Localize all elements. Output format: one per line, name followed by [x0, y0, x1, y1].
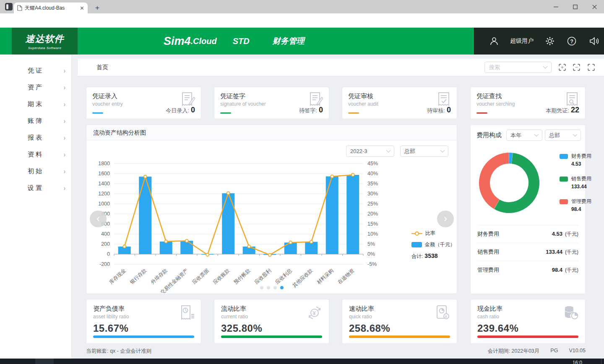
- db-type: PG: [550, 348, 558, 355]
- legend-amount[interactable]: 金额（千元）: [411, 241, 456, 248]
- donut-legend-item[interactable]: 财务费用 4.53: [560, 153, 591, 167]
- voucher-entry-icon: [181, 91, 195, 107]
- zoom-out-brackets-icon[interactable]: [573, 64, 580, 71]
- new-tab-button[interactable]: +: [93, 4, 102, 12]
- card-voucher-sign[interactable]: 凭证签字 signature of voucher 待签字:0: [214, 87, 329, 119]
- sidebar-item-settings[interactable]: 设 置›: [0, 179, 71, 196]
- status-bar: 当前账套: qx - 企业会计准则 会计期间: 2022年03月 PG V10.…: [78, 345, 604, 357]
- svg-text:200: 200: [101, 241, 110, 247]
- windows-taskbar[interactable]: 16:0: [0, 359, 604, 364]
- carousel-dot[interactable]: [267, 286, 270, 289]
- current-user[interactable]: 超级用户: [510, 37, 534, 45]
- period-select[interactable]: 2022-3: [346, 146, 394, 157]
- svg-text:5%: 5%: [367, 241, 375, 247]
- chevron-down-icon: [543, 64, 547, 68]
- sidebar-item-reports[interactable]: 报 表›: [0, 129, 71, 146]
- carousel-next-button[interactable]: ›: [437, 211, 454, 227]
- svg-text:20%: 20%: [367, 211, 378, 217]
- svg-text:30%: 30%: [367, 191, 378, 197]
- expense-row: 财务费用4.53(千元): [477, 225, 578, 243]
- fullscreen-icon[interactable]: [588, 64, 595, 71]
- flow-assets-panel: 流动资产结构分析图 2022-3 总部 180045%160040%140035…: [86, 125, 457, 294]
- chevron-right-icon: ›: [64, 150, 65, 159]
- carousel-prev-button[interactable]: ‹: [90, 211, 107, 227]
- panel-title: 流动资产结构分析图: [86, 125, 457, 140]
- sidebar-item-label: 资 料: [28, 151, 42, 159]
- card-voucher-entry[interactable]: 凭证录入 voucher entry 今日录入:0: [86, 87, 201, 119]
- expense-period-select[interactable]: 本年: [506, 130, 542, 141]
- logo-text: 速达软件: [12, 33, 78, 45]
- svg-text:-5%: -5%: [367, 261, 377, 267]
- zoom-in-brackets-icon[interactable]: [559, 64, 566, 71]
- close-button[interactable]: [585, 0, 604, 13]
- donut-legend: 财务费用 4.53 销售费用 133.44 管理费用 98.4: [560, 153, 591, 221]
- card-voucher-audit[interactable]: 凭证审核 voucher audit 待审核:0: [342, 87, 457, 119]
- donut-legend-item[interactable]: 管理费用 98.4: [560, 198, 591, 212]
- page-tabstrip: 首页 搜索: [78, 59, 604, 76]
- row-value: 133.44: [546, 249, 562, 255]
- carousel-dot[interactable]: [260, 286, 263, 289]
- accent-bar: [348, 112, 359, 114]
- minimize-button[interactable]: [546, 0, 565, 13]
- sidebar-item-period-end[interactable]: 期 末›: [0, 96, 71, 112]
- metric-label: 待签字:: [299, 107, 317, 114]
- taskbar-app-icon[interactable]: [35, 359, 54, 364]
- metric-label: 本期凭证:: [546, 107, 569, 114]
- legend-ratio[interactable]: 比率: [411, 230, 456, 237]
- chevron-right-icon: ›: [64, 133, 65, 142]
- svg-text:外埠存款: 外埠存款: [150, 268, 169, 286]
- card-voucher-search[interactable]: 凭证查找 voucher serching 本期凭证:22: [470, 87, 586, 119]
- svg-text:银行存款: 银行存款: [128, 268, 148, 286]
- settings-gear-icon[interactable]: [545, 36, 555, 46]
- user-icon[interactable]: [489, 36, 499, 46]
- maximize-button[interactable]: [565, 0, 585, 13]
- help-icon[interactable]: ?: [567, 36, 576, 46]
- browser-tab[interactable]: 天耀A4.cloud-Bas ✕: [14, 3, 88, 13]
- accounting-period: 会计期间: 2022年03月: [488, 348, 540, 355]
- total-value: 3538: [424, 252, 437, 259]
- expense-org-select[interactable]: 总部: [545, 130, 581, 141]
- org-select[interactable]: 总部: [400, 146, 448, 157]
- row-unit: (千元): [565, 231, 578, 238]
- sidebar-item-initial[interactable]: 初 始›: [0, 163, 71, 179]
- product-edition: STD: [233, 36, 250, 46]
- metric-label: 今日录入:: [166, 107, 189, 114]
- chevron-down-icon: [573, 132, 577, 136]
- svg-text:?: ?: [570, 39, 573, 44]
- card-current-ratio[interactable]: 流动比率 current ratio 325.80% ¥: [214, 299, 329, 344]
- announcement-speaker-icon[interactable]: [589, 36, 599, 46]
- org-value: 总部: [404, 148, 415, 155]
- row-value: 4.53: [552, 231, 562, 237]
- window-controls: [546, 0, 604, 13]
- card-subtitle: asset liblity ratio: [93, 314, 194, 320]
- svg-text:0%: 0%: [367, 251, 375, 257]
- chart-legend: 比率 金额（千元） 合计:3538: [411, 230, 456, 260]
- ratio-value: 325.80%: [221, 322, 322, 334]
- svg-text:应收利息: 应收利息: [274, 268, 293, 286]
- tab-title: 天耀A4.cloud-Bas: [25, 5, 77, 12]
- accent-bar: [92, 112, 103, 114]
- tab-home[interactable]: 首页: [96, 59, 108, 76]
- svg-text:1400: 1400: [98, 181, 110, 187]
- workspaces-icon[interactable]: [5, 3, 13, 10]
- card-cash-ratio[interactable]: 现金比率 cash ratio 239.64%: [470, 299, 586, 344]
- search-select[interactable]: 搜索: [484, 62, 552, 73]
- row-unit: (千元): [565, 267, 578, 274]
- donut-legend-item[interactable]: 销售费用 133.44: [560, 175, 591, 190]
- total-label: 合计:: [411, 253, 423, 259]
- sidebar-item-base-data[interactable]: 资 料›: [0, 146, 71, 163]
- svg-text:应收账款: 应收账款: [212, 268, 231, 286]
- svg-text:其他应收款: 其他应收款: [291, 268, 314, 289]
- voucher-audit-icon: [437, 91, 451, 107]
- card-quick-ratio[interactable]: 速动比率 quick ratio 258.68% ¥: [342, 299, 457, 344]
- tab-close-icon[interactable]: ✕: [80, 5, 84, 11]
- carousel-dot-active[interactable]: [280, 286, 284, 289]
- sidebar-item-account-books[interactable]: 账 簿›: [0, 112, 71, 129]
- sidebar-item-assets[interactable]: 资 产›: [0, 79, 71, 96]
- carousel-dot[interactable]: [273, 286, 277, 289]
- sidebar-item-voucher[interactable]: 凭 证›: [0, 62, 71, 79]
- ratio-value: 15.67%: [93, 322, 194, 334]
- card-asset-liability-ratio[interactable]: 资产负债率 asset liblity ratio 15.67%: [86, 299, 201, 344]
- svg-text:¥: ¥: [445, 315, 447, 319]
- svg-text:1200: 1200: [98, 191, 110, 197]
